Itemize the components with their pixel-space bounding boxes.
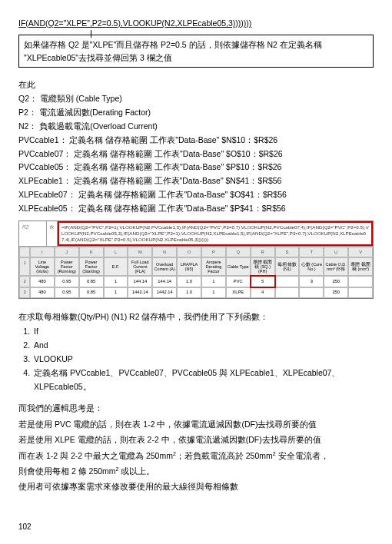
def-pvc05: PVCcable05： 定義名稱 儲存格範圍 工作表"Data-Base" $P… [18,161,374,174]
cell: 0.85 [79,276,104,287]
page-number: 102 [18,521,32,533]
cell: 1442.14 [128,287,152,298]
cell: 3 [299,276,324,287]
cell: V [348,247,373,257]
cell: Line Voltage (Volts) [30,257,55,276]
cell: E.F. [104,257,128,276]
def-q2: Q2： 電纜類別 (Cable Type) [18,92,374,106]
cell [275,276,300,287]
list-item: If [32,325,374,339]
list-item: 定義名稱 PVCcable1、PVCcable07、PVCcable05 與 X… [32,367,374,394]
cell: 1 [201,276,226,287]
body-p6: 使用者可依據專案需求來修改要使用的最大線徑與每相條數 [18,479,374,493]
cell: LRA/FLA (N5) [177,257,201,276]
cell: Power Factor (Running) [55,257,79,276]
cell: M [128,247,152,257]
def-xlpe05: XLPEcable05： 定義名稱 儲存格範圍 工作表"Data-Base" $… [18,202,374,216]
cell: 4 [251,287,275,298]
body-p5: 則會使用每相 2 條 250mm2 或以上。 [18,464,374,478]
cell: 每相 條數 (N1) [275,257,300,276]
cell: 1 [104,276,128,287]
formula-line: IF(AND(Q2="XLPE",P2=0.5),VLOOKUP(N2,XLPE… [18,17,374,30]
cell: 480 [30,287,55,298]
cell [19,247,30,257]
def-pvc1: PVCcable1： 定義名稱 儲存格範圍 工作表"Data-Base" $N$… [18,134,374,148]
cell: Power Factor (Starting) [79,257,104,276]
cell: 1.0 [177,287,201,298]
cell: I [30,247,55,257]
cell: L [104,247,128,257]
cell: PVC [226,276,251,287]
cell: 導體 截面積 (SQ.)(PH) [251,257,275,276]
cell: Overload Current (A) [152,257,177,276]
cell: 250 [324,287,348,298]
cell: Full Load Current (FLA) [128,257,152,276]
cell: 1 [19,257,30,276]
cell: P [201,247,226,257]
cell: S [275,247,300,257]
cell: 心數 (Core No.) [299,257,324,276]
name-box: R2 [19,221,47,246]
cell: 1442.14 [152,287,177,298]
cell: O [177,247,201,257]
cell [299,287,324,298]
cell: 2 [19,276,30,287]
formula-bar: R2 fx =IF(AND(Q2="PVC",P2=1),VLOOKUP(N2,… [19,221,373,247]
cell: 1 [104,287,128,298]
cell: R [251,247,275,257]
list-item: And [32,339,374,353]
cell: 480 [30,276,55,287]
cell: 0.95 [55,287,79,298]
cell: Ampere Derating Factor [201,257,226,276]
fx-icon: fx [47,221,58,246]
body-p3: 若是使用 XLPE 電纜的話，則在表 2-2 中，依據電流遞減因數(DF)去找尋… [18,433,374,446]
formula-bar-content: =IF(AND(Q2="PVC",P2=1),VLOOKUP(N2,PVCcab… [58,221,373,246]
cell [275,287,300,298]
cell: U [324,247,348,257]
cell [348,287,373,298]
cell: 0.85 [79,287,104,298]
cell: K [79,247,104,257]
cell: 144.14 [128,276,152,287]
callout-box: 如果儲存格 Q2 是"XLPE"而且儲存格 P2=0.5 的話，則依據儲存格 N… [18,35,374,68]
cell: Q [226,247,251,257]
cell: 1 [201,287,226,298]
cell: T [299,247,324,257]
def-n2: N2： 負載過載電流(Overload Current) [18,120,374,134]
cell: 250 [324,276,348,287]
list-item: VLOOKUP [32,353,374,367]
after-sheet-text: 在求取每相條數(Qty/PH) (N1) R2 儲存格中，我們使用了下列函數： [18,310,374,323]
cell: 1.0 [177,276,201,287]
spreadsheet-grid: IJKLMNOPQRSTUV1Line Voltage (Volts)Power… [19,247,373,298]
spreadsheet-screenshot: R2 fx =IF(AND(Q2="PVC",P2=1),VLOOKUP(N2,… [18,221,374,299]
body-p2: 若是使用 PVC 電纜的話，則在表 1-2 中，依據電流遞減因數(DF)去找尋所… [18,417,374,431]
def-p2: P2： 電流遞減因數(Derating Factor) [18,106,374,120]
cell: Cable Type [226,257,251,276]
cell: Cable O.D. mm² 外徑 [324,257,348,276]
body-p1: 而我們的邏輯思考是： [18,401,374,415]
cell: 3 [19,287,30,298]
cell: 導體 截面積 (mm²) [348,257,373,276]
cell: XLPE [226,287,251,298]
body-p4: 而在表 1-2 與 2-2 中最大之電纜為 250mm2；若負載電流高於 250… [18,449,374,463]
callout-container: 如果儲存格 Q2 是"XLPE"而且儲存格 P2=0.5 的話，則依據儲存格 N… [18,35,374,68]
def-xlpe07: XLPEcable07： 定義名稱 儲存格範圍 工作表"Data-Base" $… [18,188,374,202]
definitions-block: 在此 Q2： 電纜類別 (Cable Type) P2： 電流遞減因數(Dera… [18,78,374,215]
cell: J [55,247,79,257]
def-intro: 在此 [18,78,374,92]
callout-connector [91,30,91,38]
function-list: If And VLOOKUP 定義名稱 PVCcable1、PVCcable07… [29,325,374,393]
def-xlpe1: XLPEcable1： 定義名稱 儲存格範圍 工作表"Data-Base" $N… [18,174,374,188]
cell: 5 [251,276,275,287]
cell: N [152,247,177,257]
cell: 144.14 [152,276,177,287]
def-pvc07: PVCcable07： 定義名稱 儲存格範圍 工作表"Data-Base" $O… [18,148,374,161]
cell [348,276,373,287]
cell: 0.95 [55,276,79,287]
